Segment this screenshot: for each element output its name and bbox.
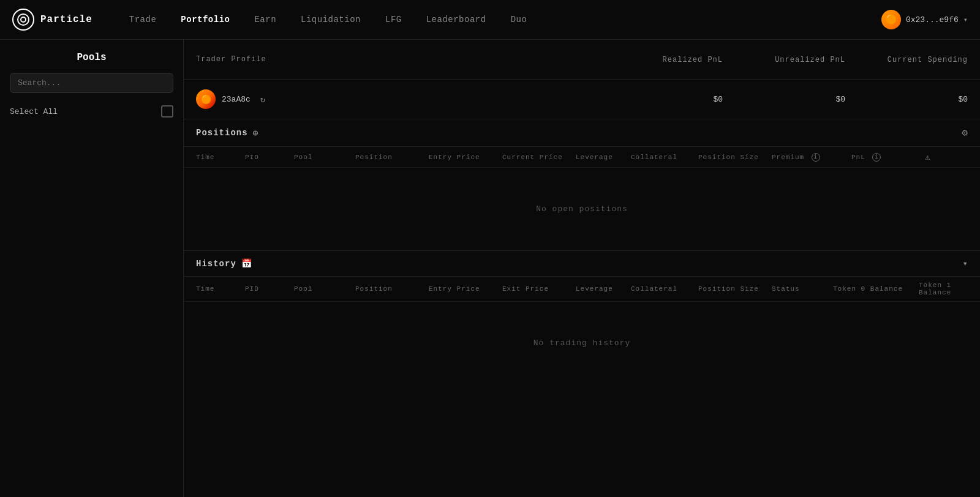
history-label: History [196,259,236,269]
trader-profile-header: Trader Profile Realized PnL Unrealized P… [184,40,980,80]
logo-icon [12,9,34,31]
nav-earn[interactable]: Earn [242,0,288,40]
positions-header: Positions ⊕ ⚙ [184,119,980,147]
unrealized-pnl-header: Unrealized PnL [723,55,845,64]
wallet-avatar: 🟠 [881,10,901,29]
hist-col-token1: Token 1 Balance [919,282,968,296]
positions-label: Positions [196,128,248,138]
nav-trade[interactable]: Trade [117,0,169,40]
current-spending-header: Current Spending [845,55,968,64]
col-premium: Premium i [772,153,851,162]
history-title: History 📅 [196,258,252,269]
hist-col-size: Position Size [698,285,772,293]
col-current-price: Current Price [502,154,576,161]
trader-identity: 🟠 23aA8c ↻ [196,89,600,109]
wallet-area[interactable]: 🟠 0x23...e9f6 ▾ [881,10,968,29]
col-leverage: Leverage [576,154,631,161]
logo[interactable]: Particle [12,9,92,31]
unrealized-pnl-label: Unrealized PnL [775,56,845,64]
positions-title: Positions ⊕ [196,128,258,138]
top-navigation: Particle Trade Portfolio Earn Liquidatio… [0,0,980,40]
hist-col-pool: Pool [294,285,355,293]
content-area: Trader Profile Realized PnL Unrealized P… [184,40,980,497]
logo-text: Particle [40,14,92,25]
col-pnl: PnL i [851,153,925,162]
hist-col-status: Status [772,285,833,293]
hist-col-position: Position [355,285,429,293]
svg-point-0 [18,14,29,25]
sidebar-title: Pools [10,52,173,63]
select-all-label: Select All [10,107,58,116]
positions-section: Positions ⊕ ⚙ Time PID Pool Position Ent… [184,119,980,251]
trader-name: 23aA8c [222,95,251,104]
trader-profile-row: 🟠 23aA8c ↻ $0 $0 $0 [184,80,980,119]
col-time: Time [196,154,245,161]
nav-links: Trade Portfolio Earn Liquidation LFG Lea… [117,0,881,40]
main-layout: Pools Select All Trader Profile Realized… [0,40,980,497]
history-empty-message: No trading history [184,302,980,384]
hist-col-entry-price: Entry Price [429,285,502,293]
col-collateral: Collateral [631,154,698,161]
premium-info-icon[interactable]: i [812,153,820,162]
history-table-header: Time PID Pool Position Entry Price Exit … [184,277,980,302]
nav-portfolio[interactable]: Portfolio [168,0,242,40]
layers-icon: ⊕ [253,128,258,138]
hist-col-collateral: Collateral [631,285,698,293]
sidebar: Pools Select All [0,40,184,497]
select-all-checkbox[interactable] [161,105,173,118]
positions-empty-message: No open positions [184,168,980,250]
hist-col-exit-price: Exit Price [502,285,576,293]
col-pool: Pool [294,154,355,161]
pnl-info-icon[interactable]: i [872,153,881,162]
col-position-size: Position Size [698,154,772,161]
realized-pnl-label: Realized PnL [663,56,723,64]
history-header: History 📅 ▾ [184,251,980,277]
hist-col-pid: PID [245,285,294,293]
current-spending-label: Current Spending [888,56,968,64]
realized-pnl-header: Realized PnL [600,55,723,64]
trader-avatar: 🟠 [196,89,216,109]
settings-icon[interactable]: ⚙ [962,127,968,139]
search-input[interactable] [10,73,173,93]
hist-col-time: Time [196,285,245,293]
history-section: History 📅 ▾ Time PID Pool Position Entry… [184,251,980,497]
col-alert: ⚠ [925,152,949,162]
nav-duo[interactable]: Duo [499,0,540,40]
hist-col-token0: Token 0 Balance [833,285,919,293]
trader-profile-label: Trader Profile [196,55,600,64]
col-pid: PID [245,154,294,161]
refresh-icon[interactable]: ↻ [260,94,265,105]
history-chevron-icon[interactable]: ▾ [963,258,968,269]
select-all-row: Select All [10,103,173,120]
hist-col-leverage: Leverage [576,285,631,293]
col-entry-price: Entry Price [429,154,502,161]
alert-triangle-icon: ⚠ [925,152,930,162]
nav-leaderboard[interactable]: Leaderboard [414,0,499,40]
realized-pnl-value: $0 [600,95,723,104]
calendar-icon: 📅 [241,258,252,269]
wallet-address: 0x23...e9f6 [906,15,959,24]
unrealized-pnl-value: $0 [723,95,845,104]
nav-lfg[interactable]: LFG [373,0,414,40]
svg-point-1 [21,17,26,22]
col-position: Position [355,154,429,161]
positions-table-header: Time PID Pool Position Entry Price Curre… [184,147,980,168]
wallet-chevron-icon: ▾ [963,15,968,24]
current-spending-value: $0 [845,95,968,104]
nav-liquidation[interactable]: Liquidation [288,0,373,40]
